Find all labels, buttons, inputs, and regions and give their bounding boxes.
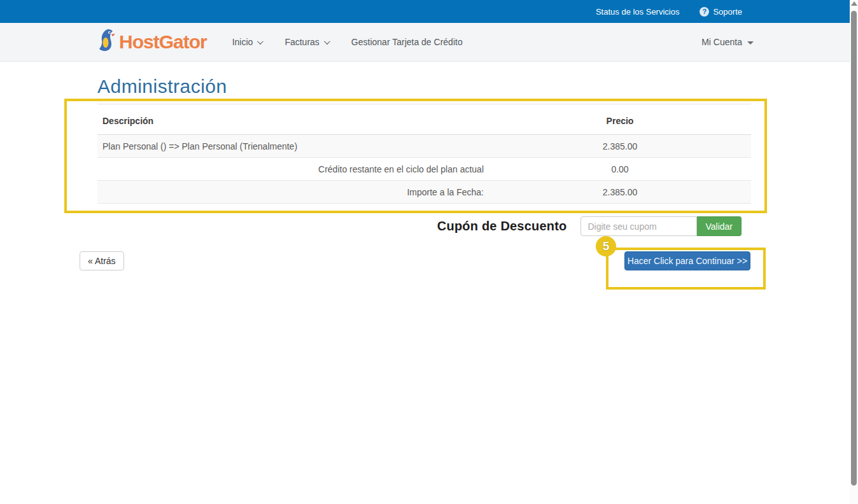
page-title: Administración: [97, 76, 227, 97]
row-description: Plan Personal () => Plan Personal (Trien…: [97, 135, 489, 158]
chevron-down-icon: [324, 38, 330, 45]
support-link[interactable]: ? Soporte: [700, 7, 742, 17]
table-header-row: Descripción Precio: [97, 104, 751, 135]
nav-label-inicio: Inicio: [232, 37, 253, 47]
gator-mascot-icon: [97, 29, 116, 55]
nav-item-facturas[interactable]: Facturas: [285, 37, 328, 47]
scrollbar-up-arrow-icon[interactable]: [851, 1, 857, 6]
services-status-label: Status de los Servicios: [596, 7, 680, 17]
chevron-down-icon: [257, 38, 264, 45]
caret-down-icon: [747, 41, 754, 45]
nav-label-facturas: Facturas: [285, 37, 319, 47]
validate-coupon-button[interactable]: Validar: [697, 216, 742, 236]
row-price: 2.385.00: [489, 135, 751, 158]
main-header: HostGator Inicio Facturas Gestionar Tarj…: [0, 23, 858, 62]
table-row: Plan Personal () => Plan Personal (Trien…: [97, 135, 751, 158]
table-row: Crédito restante en el ciclo del plan ac…: [97, 158, 751, 181]
order-summary-table: Descripción Precio Plan Personal () => P…: [97, 104, 751, 204]
step-badge: 5: [596, 236, 616, 256]
nav-item-inicio[interactable]: Inicio: [232, 37, 262, 47]
column-header-price: Precio: [489, 104, 751, 135]
coupon-section: Cupón de Descuento Validar: [437, 216, 742, 236]
question-circle-icon: ?: [700, 7, 709, 17]
hostgator-logo[interactable]: HostGator: [97, 29, 207, 55]
back-button[interactable]: « Atrás: [80, 251, 124, 270]
services-status-link[interactable]: Status de los Servicios: [596, 7, 680, 17]
column-header-description: Descripción: [97, 104, 489, 135]
nav-label-gestionar-tarjeta: Gestionar Tarjeta de Crédito: [351, 37, 463, 47]
row-price: 0.00: [489, 158, 751, 181]
row-description: Importe a la Fecha:: [97, 181, 489, 204]
top-utility-bar: Status de los Servicios ? Soporte: [0, 0, 858, 23]
account-menu[interactable]: Mi Cuenta: [701, 37, 858, 47]
scrollbar-thumb[interactable]: [851, 11, 857, 486]
scrollbar: [850, 0, 858, 504]
continue-button[interactable]: Hacer Click para Continuar >>: [624, 251, 750, 270]
coupon-input[interactable]: [580, 216, 697, 236]
support-label: Soporte: [713, 7, 742, 17]
brand-wordmark: HostGator: [119, 31, 207, 53]
coupon-label: Cupón de Descuento: [437, 219, 567, 234]
nav-item-gestionar-tarjeta[interactable]: Gestionar Tarjeta de Crédito: [351, 37, 463, 47]
main-nav: Inicio Facturas Gestionar Tarjeta de Cré…: [232, 37, 463, 47]
table-row: Importe a la Fecha: 2.385.00: [97, 181, 751, 204]
main-content: Administración Descripción Precio Plan P…: [0, 62, 858, 504]
row-price: 2.385.00: [489, 181, 751, 204]
row-description: Crédito restante en el ciclo del plan ac…: [97, 158, 489, 181]
account-label: Mi Cuenta: [701, 37, 742, 47]
